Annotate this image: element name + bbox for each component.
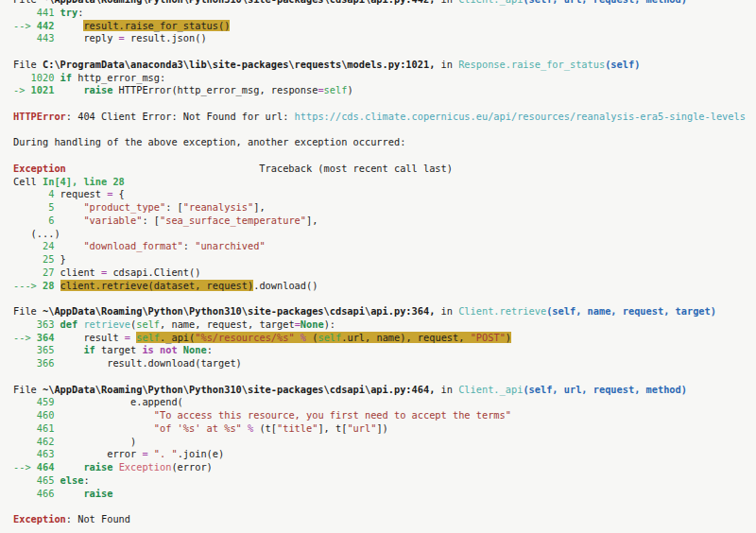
code-token: https://cds.climate.copernicus.eu/api/re…	[295, 111, 746, 122]
code-token: ],	[253, 201, 265, 213]
code-token: (self, name, request, target)	[546, 305, 716, 317]
code-token: -->	[13, 332, 37, 343]
traceback-line: Exception Traceback (most recent call la…	[13, 163, 756, 176]
code-token: "unarchived"	[195, 240, 265, 251]
code-token: 461	[13, 422, 54, 434]
code-token: result.json()	[125, 32, 207, 43]
traceback-line: File C:\ProgramData\anaconda3\lib\site-p…	[13, 59, 756, 72]
traceback-line: Exception: Not Found	[13, 513, 756, 526]
code-token: Exception	[13, 513, 66, 524]
code-token: ._api(	[160, 332, 195, 343]
code-token: --->	[13, 280, 43, 291]
code-token	[54, 422, 153, 434]
code-token: (t[	[253, 422, 277, 434]
code-token: self	[318, 332, 341, 343]
traceback-line: 1020 if http_error_msg:	[13, 72, 756, 85]
traceback-line: --> 442 result.raise_for_status()	[13, 20, 756, 33]
code-token: Exception	[13, 163, 66, 174]
code-token: 1020	[13, 72, 60, 83]
code-token: Response.raise_for_status	[458, 59, 605, 70]
code-token	[54, 280, 60, 291]
code-token: File	[13, 0, 43, 5]
code-token: "%s/resources/%s"	[195, 332, 294, 343]
code-token: def	[60, 318, 78, 330]
code-token	[54, 344, 83, 355]
traceback-line: 363 def retrieve(self, name, request, ta…	[13, 318, 756, 332]
traceback-line: -> 1021 raise HTTPError(http_error_msg, …	[13, 84, 756, 97]
code-token: self	[324, 84, 348, 95]
code-token: 27	[13, 266, 54, 278]
code-token: }	[54, 253, 65, 265]
code-token: 28	[43, 280, 54, 291]
code-token: result.raise_for_status()	[83, 20, 230, 31]
code-token: C:\ProgramData\anaconda3\lib\site-packag…	[43, 59, 435, 70]
code-token	[54, 201, 83, 213]
code-token: )	[347, 84, 352, 95]
code-token: (self)	[605, 59, 640, 70]
code-token: in	[435, 0, 458, 5]
code-token: :	[77, 7, 83, 18]
code-token: e.append(	[54, 396, 182, 407]
code-token	[54, 240, 83, 251]
code-token: cdsapi.Client()	[107, 266, 200, 278]
code-token: 460	[13, 409, 54, 421]
code-token: result.download(target)	[54, 357, 241, 369]
traceback-line: (...)	[13, 228, 756, 241]
code-token: "url"	[347, 422, 376, 434]
code-token: ->	[13, 84, 31, 95]
code-token: , name, request, target	[160, 318, 295, 330]
code-token: : Not Found	[66, 513, 130, 524]
traceback-line: 465 else:	[13, 474, 756, 488]
blank-line	[13, 370, 756, 384]
code-token: "product_type"	[83, 201, 165, 213]
code-token: if	[60, 72, 72, 83]
code-token: self	[136, 332, 160, 343]
code-token: raise	[83, 461, 112, 473]
code-token: try	[60, 7, 78, 18]
code-token: :	[207, 344, 213, 355]
blank-line	[13, 292, 756, 305]
traceback-line: --> 464 raise Exception(error)	[13, 461, 756, 474]
traceback-line: 460 "To access this resource, you first …	[13, 409, 756, 422]
code-token: Client._api	[458, 0, 523, 5]
code-token: if	[83, 344, 94, 355]
traceback-line: 459 e.append(	[13, 396, 756, 409]
code-token: http_error_msg:	[72, 72, 165, 83]
traceback-line: File ~\AppData\Roaming\Python\Python310\…	[13, 0, 756, 7]
code-token: )	[54, 436, 136, 447]
code-token: request	[54, 188, 107, 199]
traceback-line: During handling of the above exception, …	[13, 136, 756, 149]
code-token: raise	[83, 84, 112, 95]
code-token: 442	[37, 20, 55, 31]
traceback-line: --> 364 result = self._api("%s/resources…	[13, 332, 756, 345]
traceback-line: Cell In[4], line 28	[13, 176, 756, 189]
code-token: "of '%s' at %s"	[154, 422, 242, 434]
code-token	[54, 215, 83, 226]
traceback-line: 443 reply = result.json()	[13, 32, 756, 45]
code-token: File	[13, 59, 43, 70]
code-token: :	[83, 474, 89, 486]
code-token: 464	[37, 461, 55, 473]
code-token: reply	[54, 32, 118, 43]
code-token: .join(e)	[178, 448, 225, 459]
code-token: 6	[13, 215, 54, 226]
code-token: .download()	[253, 280, 318, 291]
code-token: -->	[13, 20, 37, 31]
code-token: 466	[13, 488, 54, 499]
code-token: HTTPError	[13, 111, 66, 122]
code-token: "download_format"	[83, 240, 182, 251]
traceback-line: HTTPError: 404 Client Error: Not Found f…	[13, 111, 756, 124]
traceback-line: 441 try:	[13, 7, 756, 20]
code-token: (	[306, 332, 318, 343]
code-token: 1021	[31, 84, 55, 95]
code-token	[54, 409, 153, 421]
code-token: 462	[13, 436, 54, 447]
traceback-line: 461 "of '%s' at %s" % (t["title"], t["ur…	[13, 422, 756, 436]
code-token	[54, 488, 83, 499]
traceback-line: 466 raise	[13, 488, 756, 501]
code-token: In[4], line 28	[43, 176, 125, 187]
code-token: (error)	[171, 461, 212, 473]
code-token: Cell	[13, 176, 43, 187]
traceback-line: 25 }	[13, 253, 756, 266]
code-token: .url, name), request,	[341, 332, 470, 343]
